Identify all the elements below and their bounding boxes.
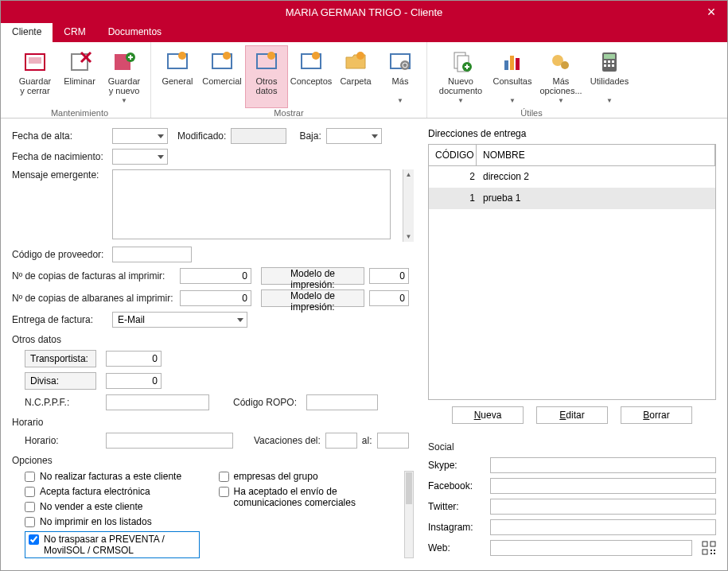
- horario-field[interactable]: [106, 433, 233, 449]
- chevron-down-icon: ▼: [121, 97, 127, 104]
- entrega-factura-field[interactable]: E-Mail: [112, 312, 247, 328]
- consultas-button[interactable]: Consultas ▼: [491, 45, 534, 108]
- grid-header-nombre[interactable]: NOMBRE: [477, 145, 715, 165]
- skype-label: Skype:: [428, 460, 484, 471]
- transportista-field[interactable]: [106, 351, 162, 367]
- gears-icon: [548, 49, 574, 75]
- web-field[interactable]: [490, 540, 692, 556]
- facebook-field[interactable]: [490, 478, 716, 494]
- codigo-proveedor-field[interactable]: [112, 247, 192, 262]
- ribbon-group-mostrar: General Comercial Otros datos Conceptos …: [151, 42, 427, 118]
- title-bar: MARIA GERMAN TRIGO - Cliente ×: [1, 1, 727, 23]
- no-traspasar-checkbox[interactable]: [29, 534, 39, 545]
- options-scrollbar[interactable]: [404, 471, 414, 558]
- editar-button[interactable]: Editar: [536, 406, 608, 424]
- codigo-ropo-label: Código ROPO:: [233, 397, 297, 408]
- svg-rect-35: [608, 60, 610, 63]
- otros-datos-button[interactable]: Otros datos: [245, 45, 288, 108]
- codigo-ropo-field[interactable]: [306, 394, 378, 410]
- divisa-field[interactable]: [106, 373, 162, 389]
- chevron-down-icon: ▼: [606, 97, 613, 104]
- ha-aceptado-checkbox[interactable]: [219, 487, 229, 497]
- baja-field[interactable]: [326, 128, 382, 144]
- copias-facturas-field[interactable]: [180, 268, 251, 284]
- comercial-button[interactable]: Comercial: [200, 45, 243, 108]
- opciones-header: Opciones: [12, 455, 414, 466]
- mensaje-emergente-field[interactable]: [112, 169, 391, 239]
- svg-rect-29: [516, 58, 520, 70]
- svg-point-17: [312, 52, 320, 60]
- tab-documentos[interactable]: Documentos: [97, 23, 173, 42]
- acepta-fe-checkbox[interactable]: [25, 487, 35, 497]
- horario-label: Horario:: [25, 435, 72, 446]
- chevron-down-icon: ▼: [509, 97, 516, 104]
- qr-icon[interactable]: [702, 541, 716, 555]
- modelo-1-field[interactable]: [369, 268, 409, 284]
- svg-point-18: [356, 52, 364, 60]
- twitter-field[interactable]: [490, 499, 716, 515]
- guardar-cerrar-button[interactable]: Guardar y cerrar: [14, 45, 56, 108]
- new-document-icon: [448, 49, 473, 75]
- svg-point-11: [178, 52, 186, 60]
- no-facturas-checkbox[interactable]: [25, 472, 35, 482]
- mas-button[interactable]: Más ▼: [379, 45, 422, 108]
- general-button[interactable]: General: [156, 45, 199, 108]
- svg-rect-43: [710, 550, 712, 551]
- svg-rect-39: [612, 64, 614, 67]
- fecha-alta-field[interactable]: [112, 128, 168, 144]
- utilidades-button[interactable]: Utilidades ▼: [588, 45, 631, 108]
- transportista-button[interactable]: Transportista:: [25, 350, 96, 367]
- textarea-scrollbar[interactable]: ▲▼: [403, 169, 414, 242]
- folder-icon: [343, 49, 368, 75]
- close-icon[interactable]: ×: [702, 2, 721, 21]
- copias-albaranes-label: Nº de copias de albaranes al imprimir:: [12, 293, 175, 304]
- copias-albaranes-field[interactable]: [180, 290, 251, 306]
- eliminar-button[interactable]: Eliminar: [58, 45, 101, 108]
- conceptos-icon: [298, 49, 324, 75]
- facebook-label: Facebook:: [428, 480, 484, 491]
- chart-icon: [500, 49, 525, 75]
- fecha-nacimiento-field[interactable]: [112, 149, 168, 165]
- nueva-button[interactable]: Nueva: [452, 406, 524, 424]
- skype-field[interactable]: [490, 457, 716, 473]
- svg-rect-45: [710, 553, 712, 554]
- divisa-button[interactable]: Divisa:: [25, 372, 96, 390]
- instagram-field[interactable]: [490, 519, 716, 535]
- grid-row[interactable]: 2 direccion 2: [429, 166, 715, 188]
- copias-facturas-label: Nº de copias de facturas al imprimir:: [12, 270, 175, 282]
- borrar-button[interactable]: Borrar: [621, 406, 692, 424]
- svg-rect-37: [604, 64, 606, 67]
- left-column: Fecha de alta: Modificado: Baja: Fecha d…: [12, 128, 414, 561]
- mas-opciones-button[interactable]: Más opciones... ▼: [535, 45, 586, 108]
- empresas-grupo-checkbox[interactable]: [219, 472, 229, 482]
- tab-cliente[interactable]: Cliente: [1, 23, 53, 42]
- modelo-impresion-2-button[interactable]: Modelo de impresión:: [261, 289, 364, 307]
- conceptos-button[interactable]: Conceptos: [290, 45, 333, 108]
- guardar-nuevo-button[interactable]: Guardar y nuevo ▼: [103, 45, 146, 108]
- no-vender-checkbox[interactable]: [25, 502, 35, 512]
- vacaciones-al-field[interactable]: [377, 433, 409, 449]
- ribbon-group-mantenimiento: Guardar y cerrar Eliminar Guardar y nuev…: [9, 42, 151, 118]
- carpeta-button[interactable]: Carpeta: [334, 45, 377, 108]
- calculator-icon: [597, 49, 622, 75]
- ncppf-label: N.C.P.P.F.:: [25, 397, 88, 408]
- mensaje-emergente-label: Mensaje emergente:: [12, 169, 107, 181]
- tab-crm[interactable]: CRM: [53, 23, 96, 42]
- vacaciones-label: Vacaciones del:: [254, 435, 321, 446]
- svg-rect-41: [710, 542, 715, 546]
- otros-datos-icon: [254, 49, 279, 75]
- main-content: Fecha de alta: Modificado: Baja: Fecha d…: [1, 118, 727, 570]
- nuevo-documento-button[interactable]: Nuevo documento ▼: [432, 45, 489, 108]
- svg-point-13: [223, 52, 231, 60]
- grid-header-codigo[interactable]: CÓDIGO: [429, 145, 477, 165]
- entrega-factura-label: Entrega de factura:: [12, 314, 107, 325]
- grid-row[interactable]: 1 prueba 1: [429, 188, 715, 209]
- modelo-impresion-1-button[interactable]: Modelo de impresión:: [261, 267, 364, 285]
- ncppf-field[interactable]: [106, 394, 209, 410]
- fecha-alta-label: Fecha de alta:: [12, 130, 107, 142]
- right-column: Direcciones de entrega CÓDIGO NOMBRE 2 d…: [428, 128, 716, 561]
- modelo-2-field[interactable]: [369, 290, 409, 306]
- svg-rect-1: [29, 57, 38, 64]
- no-imprimir-checkbox[interactable]: [25, 517, 35, 527]
- vacaciones-del-field[interactable]: [325, 433, 357, 449]
